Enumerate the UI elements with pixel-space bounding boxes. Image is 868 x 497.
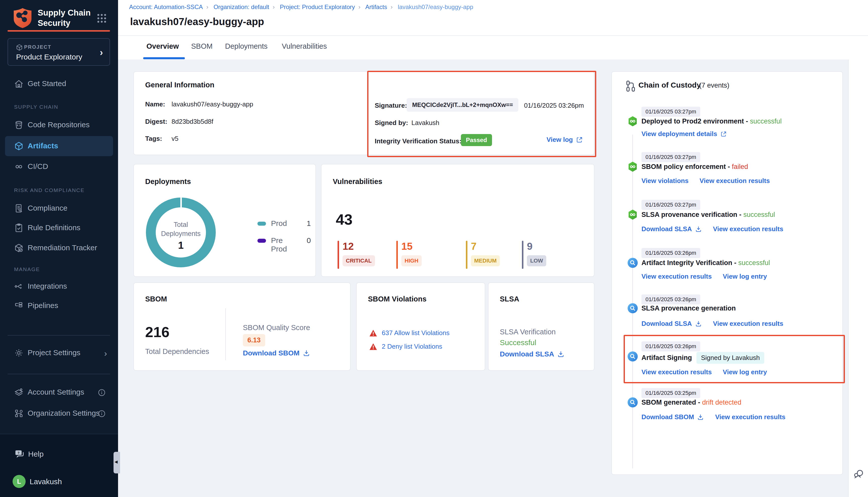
breadcrumb-account[interactable]: Account: Automation-SSCA [129, 3, 203, 10]
chevron-separator: › [391, 3, 393, 10]
sidebar-item-label: Artifacts [28, 142, 58, 150]
event-timestamp: 01/16/2025 03:25pm [642, 388, 700, 398]
view-execution-results-link[interactable]: View execution results [642, 273, 712, 280]
sidebar-item-label: Remediation Tracker [28, 243, 97, 252]
tab-overview[interactable]: Overview [146, 42, 179, 51]
help-label[interactable]: Help [28, 450, 44, 458]
support-chat-icon[interactable] [853, 468, 864, 480]
sidebar-item-organization-settings[interactable]: Organization Settings [0, 403, 118, 424]
external-link-icon [720, 131, 727, 137]
critical-count: 12 [342, 241, 354, 252]
view-execution-results-link[interactable]: View execution results [715, 413, 785, 421]
severity-bar [338, 241, 339, 269]
external-link-icon [576, 136, 583, 143]
pipeline-hexagon-icon [627, 115, 639, 127]
view-deployment-details-link[interactable]: View deployment details [642, 130, 727, 138]
tab-deployments[interactable]: Deployments [225, 42, 267, 51]
signature-timestamp: 01/16/2025 03:26pm [524, 102, 584, 110]
event-title-text: SBOM policy enforcement - [642, 163, 730, 170]
sidebar-section-supply-chain: SUPPLY CHAIN [14, 104, 110, 110]
view-log-entry-link[interactable]: View log entry [723, 368, 767, 376]
signed-by-chip: Signed by Lavakush [697, 352, 764, 364]
user-avatar[interactable]: L [13, 475, 26, 488]
deny-list-violations-link[interactable]: 2 Deny list Violations [382, 343, 442, 351]
download-slsa-link[interactable]: Download SLSA [500, 350, 564, 358]
event-title: SBOM policy enforcement - failed [642, 163, 748, 171]
donut-center-line1: Total [146, 220, 216, 229]
link-label: View log entry [723, 368, 767, 376]
low-badge: LOW [527, 255, 546, 266]
view-violations-link[interactable]: View violations [642, 177, 688, 185]
vulnerabilities-card: Vulnerabilities 43 12 CRITICAL 15 HIGH 7… [321, 164, 594, 277]
sidebar-item-get-started[interactable]: Get Started [0, 74, 118, 94]
download-sbom-label: Download SBOM [243, 349, 299, 357]
header-divider [118, 36, 868, 36]
vertical-divider [225, 308, 226, 360]
slsa-verification-label: SLSA Verification [500, 328, 556, 336]
sidebar-item-label: Get Started [28, 79, 66, 88]
sidebar-item-cicd[interactable]: CI/CD [0, 157, 118, 177]
view-execution-results-link[interactable]: View execution results [699, 177, 770, 185]
download-icon [697, 414, 704, 421]
layers-gear-icon [14, 387, 24, 397]
sidebar-item-artifacts[interactable]: Artifacts [5, 136, 113, 156]
app-switcher-grid-icon[interactable] [95, 12, 109, 25]
project-selector-label: PROJECT [24, 44, 51, 50]
sidebar-item-code-repositories[interactable]: Code Repositories [0, 115, 118, 135]
view-execution-results-link[interactable]: View execution results [713, 320, 783, 328]
sidebar-item-remediation-tracker[interactable]: Remediation Tracker [0, 238, 118, 258]
event-timestamp: 01/16/2025 03:26pm [642, 295, 700, 304]
sidebar-item-project-settings[interactable]: Project Settings › [0, 343, 118, 363]
sidebar-item-compliance[interactable]: Compliance [0, 198, 118, 218]
sidebar-divider [8, 335, 110, 336]
chain-of-custody-count: (7 events) [699, 82, 729, 89]
breadcrumb-artifacts[interactable]: Artifacts [365, 3, 387, 10]
event-title: SLSA provenance generation [642, 304, 736, 312]
sidebar-item-account-settings[interactable]: Account Settings [0, 382, 118, 402]
chevron-right-icon: › [104, 349, 107, 358]
sidebar-item-integrations[interactable]: Integrations [0, 276, 118, 296]
tags-label: Tags: [145, 135, 162, 143]
clipboard-check-icon [14, 223, 24, 233]
sidebar-item-pipelines[interactable]: Pipelines [0, 296, 118, 316]
total-deployments-value: 1 [146, 240, 216, 251]
breadcrumb-project[interactable]: Project: Product Exploratory [280, 3, 355, 10]
prod-legend-value: 1 [307, 219, 311, 228]
digest-label: Digest: [145, 118, 167, 126]
allow-list-violations-link[interactable]: 637 Allow list Violations [382, 329, 450, 337]
signature-value[interactable]: MEQCICde2VjIT...bL+2+mqnOXw== [407, 98, 518, 112]
sidebar-footer: ? Help L Lavakush [0, 434, 118, 497]
high-count: 15 [401, 241, 412, 252]
app-root: Supply Chain Security PROJECT Product Ex… [0, 0, 868, 497]
event-links: Download SLSA View execution results [642, 320, 783, 328]
download-sbom-link[interactable]: Download SBOM [642, 413, 704, 421]
event-title: Deployed to Prod2 environment - successf… [642, 117, 782, 125]
slsa-verification-status: Successful [500, 338, 536, 347]
download-slsa-link[interactable]: Download SLSA [642, 320, 702, 328]
breadcrumb-organization[interactable]: Organization: default [213, 3, 269, 10]
tab-vulnerabilities[interactable]: Vulnerabilities [282, 42, 327, 51]
link-label: View execution results [715, 413, 785, 421]
sidebar-collapse-handle[interactable] [113, 452, 120, 473]
breadcrumb: Account: Automation-SSCA› Organization: … [129, 3, 473, 11]
sidebar: Supply Chain Security PROJECT Product Ex… [0, 0, 118, 497]
view-execution-results-link[interactable]: View execution results [713, 225, 783, 233]
view-log-link[interactable]: View log [547, 136, 583, 144]
download-sbom-link[interactable]: Download SBOM [243, 349, 310, 357]
tab-sbom[interactable]: SBOM [191, 42, 212, 51]
critical-badge: CRITICAL [342, 255, 375, 266]
right-rail [848, 59, 868, 497]
project-selector[interactable]: PROJECT Product Exploratory › [8, 38, 110, 66]
user-name: Lavakush [30, 478, 62, 486]
sidebar-item-rule-definitions[interactable]: Rule Definitions [0, 218, 118, 238]
view-log-entry-link[interactable]: View log entry [723, 273, 767, 280]
scan-circle-icon [627, 257, 639, 269]
breadcrumb-current[interactable]: lavakush07/easy-buggy-app [398, 3, 473, 10]
view-execution-results-link[interactable]: View execution results [642, 368, 712, 376]
prod-legend-swatch [257, 222, 266, 226]
document-search-icon [14, 203, 24, 213]
download-slsa-link[interactable]: Download SLSA [642, 225, 702, 233]
link-label: Download SLSA [642, 320, 692, 328]
help-chat-icon[interactable]: ? [14, 448, 25, 459]
slsa-card: SLSA SLSA Verification Successful Downlo… [488, 282, 594, 371]
